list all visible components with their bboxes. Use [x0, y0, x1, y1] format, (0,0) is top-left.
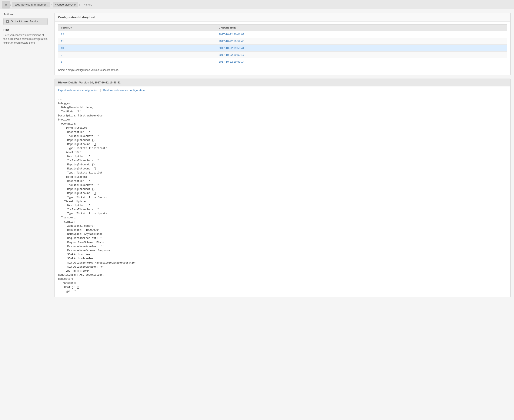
table-header-row: VERSION CREATE TIME	[58, 24, 507, 31]
config-history-table: VERSION CREATE TIME 122017-10-22 20:01:0…	[58, 24, 507, 65]
config-history-title: Configuration History List	[55, 13, 510, 22]
table-header: VERSION CREATE TIME	[58, 24, 507, 31]
history-details-section: History Details: Version 10, 2017-10-22 …	[54, 79, 511, 297]
create-time-link[interactable]: 2017-10-22 19:59:41	[219, 46, 244, 50]
table-row[interactable]: 92017-10-22 19:59:17	[58, 52, 507, 58]
home-icon[interactable]: ⌂	[2, 1, 10, 8]
table-row[interactable]: 102017-10-22 19:59:41	[58, 45, 507, 52]
nav-item-history: History	[81, 2, 95, 8]
col-create-time: CREATE TIME	[216, 24, 507, 31]
nav-separator-3: ›	[79, 3, 80, 7]
export-config-link[interactable]: Export web service configuration	[58, 89, 98, 92]
create-time-link[interactable]: 2017-10-22 19:59:17	[219, 53, 244, 56]
history-actions-bar: Export web service configuration | Resto…	[55, 86, 510, 94]
config-history-section: Configuration History List VERSION CREAT…	[54, 13, 511, 75]
version-link[interactable]: 11	[61, 40, 64, 43]
actions-separator: |	[100, 89, 101, 92]
breadcrumb-nav: ⌂ › Web Service Management › Webservice …	[0, 0, 514, 9]
nav-separator-1: ›	[10, 3, 11, 7]
back-to-web-service-button[interactable]: ◄ Go back to Web Service	[3, 18, 48, 25]
version-link[interactable]: 12	[61, 33, 64, 36]
history-content-text: --- Debugger: DebugThreshold: debug Test…	[55, 94, 510, 297]
create-time-link[interactable]: 2017-10-22 19:59:14	[219, 60, 244, 63]
col-version: VERSION	[58, 24, 216, 31]
table-row[interactable]: 122017-10-22 20:01:03	[58, 31, 507, 38]
create-time-link[interactable]: 2017-10-22 20:01:03	[219, 33, 244, 36]
hint-text: Here you can view older versions of the …	[3, 33, 48, 45]
nav-item-web-service-management[interactable]: Web Service Management	[12, 2, 50, 8]
hint-section: Hint Here you can view older versions of…	[3, 28, 48, 45]
sidebar: Actions ◄ Go back to Web Service Hint He…	[0, 9, 51, 420]
select-hint: Select a single configuration version to…	[58, 68, 507, 72]
history-details-header: History Details: Version 10, 2017-10-22 …	[55, 79, 510, 86]
table-row[interactable]: 112017-10-22 19:59:45	[58, 38, 507, 45]
restore-config-link[interactable]: Restore web service configuration	[103, 89, 145, 92]
version-link[interactable]: 9	[61, 53, 62, 56]
table-row[interactable]: 82017-10-22 19:59:14	[58, 58, 507, 65]
nav-item-webservice-one[interactable]: Webservice One	[53, 2, 78, 8]
table-body: 122017-10-22 20:01:03112017-10-22 19:59:…	[58, 31, 507, 65]
create-time-link[interactable]: 2017-10-22 19:59:45	[219, 40, 244, 43]
version-link[interactable]: 8	[61, 60, 62, 63]
actions-title: Actions	[3, 13, 48, 16]
hint-title: Hint	[3, 28, 48, 31]
nav-separator-2: ›	[51, 3, 52, 7]
main-layout: Actions ◄ Go back to Web Service Hint He…	[0, 9, 514, 420]
back-arrow-icon: ◄	[6, 20, 9, 23]
config-history-body: VERSION CREATE TIME 122017-10-22 20:01:0…	[55, 22, 510, 75]
main-content: Configuration History List VERSION CREAT…	[51, 9, 514, 420]
version-link[interactable]: 10	[61, 46, 64, 50]
